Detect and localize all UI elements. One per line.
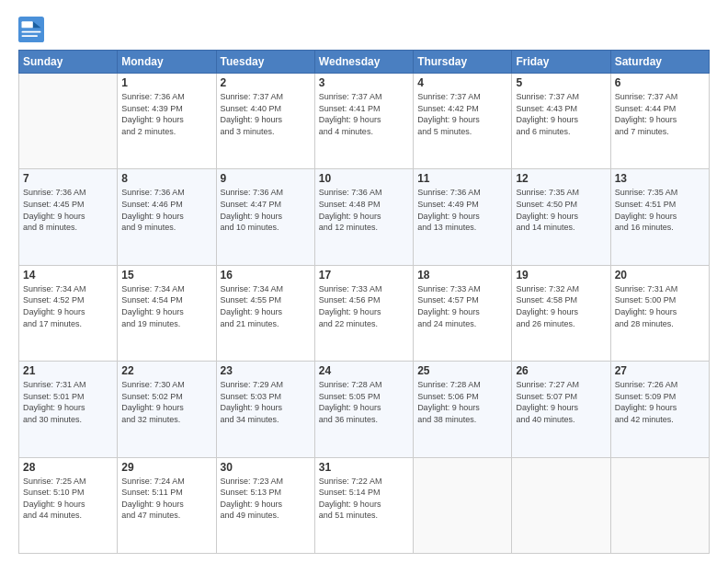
week-row-5: 28Sunrise: 7:25 AM Sunset: 5:10 PM Dayli… <box>19 457 710 553</box>
day-number-6: 6 <box>615 76 705 89</box>
day-number-12: 12 <box>516 172 606 185</box>
day-number-5: 5 <box>516 76 606 89</box>
day-info-15: Sunrise: 7:34 AM Sunset: 4:54 PM Dayligh… <box>121 283 211 329</box>
day-number-20: 20 <box>615 269 705 282</box>
day-info-26: Sunrise: 7:27 AM Sunset: 5:07 PM Dayligh… <box>516 379 606 425</box>
logo-icon <box>18 17 44 42</box>
day-number-11: 11 <box>417 172 507 185</box>
day-info-2: Sunrise: 7:37 AM Sunset: 4:40 PM Dayligh… <box>221 91 311 137</box>
day-cell-4-0: 28Sunrise: 7:25 AM Sunset: 5:10 PM Dayli… <box>19 457 118 553</box>
day-cell-0-1: 1Sunrise: 7:36 AM Sunset: 4:39 PM Daylig… <box>118 74 216 169</box>
week-row-3: 14Sunrise: 7:34 AM Sunset: 4:52 PM Dayli… <box>19 265 710 361</box>
col-sunday: Sunday <box>19 51 118 74</box>
logo <box>18 17 48 42</box>
day-cell-2-3: 17Sunrise: 7:33 AM Sunset: 4:56 PM Dayli… <box>314 265 413 361</box>
day-cell-1-5: 12Sunrise: 7:35 AM Sunset: 4:50 PM Dayli… <box>512 169 610 265</box>
day-number-14: 14 <box>23 269 113 282</box>
day-cell-4-4 <box>414 457 512 553</box>
day-cell-0-6: 6Sunrise: 7:37 AM Sunset: 4:44 PM Daylig… <box>610 74 709 169</box>
svg-rect-3 <box>22 31 41 33</box>
day-info-29: Sunrise: 7:24 AM Sunset: 5:11 PM Dayligh… <box>121 476 211 522</box>
day-cell-2-0: 14Sunrise: 7:34 AM Sunset: 4:52 PM Dayli… <box>19 265 118 361</box>
svg-rect-2 <box>22 21 33 28</box>
day-cell-3-2: 23Sunrise: 7:29 AM Sunset: 5:03 PM Dayli… <box>216 362 314 457</box>
day-info-5: Sunrise: 7:37 AM Sunset: 4:43 PM Dayligh… <box>516 91 606 137</box>
day-number-18: 18 <box>417 269 507 282</box>
day-cell-4-6 <box>610 457 709 553</box>
col-friday: Friday <box>512 51 610 74</box>
day-cell-3-1: 22Sunrise: 7:30 AM Sunset: 5:02 PM Dayli… <box>118 362 216 457</box>
day-number-13: 13 <box>615 172 705 185</box>
week-row-2: 7Sunrise: 7:36 AM Sunset: 4:45 PM Daylig… <box>19 169 710 265</box>
day-number-29: 29 <box>121 461 211 474</box>
day-number-26: 26 <box>516 364 606 377</box>
day-info-30: Sunrise: 7:23 AM Sunset: 5:13 PM Dayligh… <box>221 476 311 522</box>
col-thursday: Thursday <box>414 51 512 74</box>
day-number-15: 15 <box>121 269 211 282</box>
day-number-4: 4 <box>417 76 507 89</box>
calendar-table: Sunday Monday Tuesday Wednesday Thursday… <box>18 50 710 554</box>
day-number-25: 25 <box>417 364 507 377</box>
day-cell-3-5: 26Sunrise: 7:27 AM Sunset: 5:07 PM Dayli… <box>512 362 610 457</box>
day-cell-3-3: 24Sunrise: 7:28 AM Sunset: 5:05 PM Dayli… <box>314 362 413 457</box>
header <box>18 17 710 42</box>
day-info-6: Sunrise: 7:37 AM Sunset: 4:44 PM Dayligh… <box>615 91 705 137</box>
day-number-3: 3 <box>319 76 409 89</box>
day-info-27: Sunrise: 7:26 AM Sunset: 5:09 PM Dayligh… <box>615 379 705 425</box>
day-number-30: 30 <box>221 461 311 474</box>
day-number-2: 2 <box>221 76 311 89</box>
day-info-28: Sunrise: 7:25 AM Sunset: 5:10 PM Dayligh… <box>23 476 113 522</box>
day-number-31: 31 <box>319 461 409 474</box>
day-info-12: Sunrise: 7:35 AM Sunset: 4:50 PM Dayligh… <box>516 187 606 233</box>
day-cell-1-4: 11Sunrise: 7:36 AM Sunset: 4:49 PM Dayli… <box>414 169 512 265</box>
day-info-10: Sunrise: 7:36 AM Sunset: 4:48 PM Dayligh… <box>319 187 409 233</box>
day-number-16: 16 <box>221 269 311 282</box>
day-number-17: 17 <box>319 269 409 282</box>
col-tuesday: Tuesday <box>216 51 314 74</box>
day-number-7: 7 <box>23 172 113 185</box>
day-info-20: Sunrise: 7:31 AM Sunset: 5:00 PM Dayligh… <box>615 283 705 329</box>
day-cell-0-2: 2Sunrise: 7:37 AM Sunset: 4:40 PM Daylig… <box>216 74 314 169</box>
day-cell-1-3: 10Sunrise: 7:36 AM Sunset: 4:48 PM Dayli… <box>314 169 413 265</box>
day-cell-1-0: 7Sunrise: 7:36 AM Sunset: 4:45 PM Daylig… <box>19 169 118 265</box>
day-info-4: Sunrise: 7:37 AM Sunset: 4:42 PM Dayligh… <box>417 91 507 137</box>
week-row-4: 21Sunrise: 7:31 AM Sunset: 5:01 PM Dayli… <box>19 362 710 457</box>
day-cell-0-5: 5Sunrise: 7:37 AM Sunset: 4:43 PM Daylig… <box>512 74 610 169</box>
day-info-14: Sunrise: 7:34 AM Sunset: 4:52 PM Dayligh… <box>23 283 113 329</box>
day-cell-3-6: 27Sunrise: 7:26 AM Sunset: 5:09 PM Dayli… <box>610 362 709 457</box>
col-monday: Monday <box>118 51 216 74</box>
day-number-1: 1 <box>121 76 211 89</box>
day-info-11: Sunrise: 7:36 AM Sunset: 4:49 PM Dayligh… <box>417 187 507 233</box>
day-cell-4-1: 29Sunrise: 7:24 AM Sunset: 5:11 PM Dayli… <box>118 457 216 553</box>
day-info-21: Sunrise: 7:31 AM Sunset: 5:01 PM Dayligh… <box>23 379 113 425</box>
day-cell-2-2: 16Sunrise: 7:34 AM Sunset: 4:55 PM Dayli… <box>216 265 314 361</box>
day-cell-4-2: 30Sunrise: 7:23 AM Sunset: 5:13 PM Dayli… <box>216 457 314 553</box>
day-cell-2-5: 19Sunrise: 7:32 AM Sunset: 4:58 PM Dayli… <box>512 265 610 361</box>
header-row: Sunday Monday Tuesday Wednesday Thursday… <box>19 51 710 74</box>
day-cell-1-2: 9Sunrise: 7:36 AM Sunset: 4:47 PM Daylig… <box>216 169 314 265</box>
calendar-header: Sunday Monday Tuesday Wednesday Thursday… <box>19 51 710 74</box>
day-number-8: 8 <box>121 172 211 185</box>
day-info-22: Sunrise: 7:30 AM Sunset: 5:02 PM Dayligh… <box>121 379 211 425</box>
day-number-28: 28 <box>23 461 113 474</box>
day-info-7: Sunrise: 7:36 AM Sunset: 4:45 PM Dayligh… <box>23 187 113 233</box>
day-cell-3-0: 21Sunrise: 7:31 AM Sunset: 5:01 PM Dayli… <box>19 362 118 457</box>
col-saturday: Saturday <box>610 51 709 74</box>
day-cell-0-4: 4Sunrise: 7:37 AM Sunset: 4:42 PM Daylig… <box>414 74 512 169</box>
day-cell-2-6: 20Sunrise: 7:31 AM Sunset: 5:00 PM Dayli… <box>610 265 709 361</box>
day-info-3: Sunrise: 7:37 AM Sunset: 4:41 PM Dayligh… <box>319 91 409 137</box>
day-info-13: Sunrise: 7:35 AM Sunset: 4:51 PM Dayligh… <box>615 187 705 233</box>
svg-rect-0 <box>18 17 44 42</box>
day-info-19: Sunrise: 7:32 AM Sunset: 4:58 PM Dayligh… <box>516 283 606 329</box>
day-info-8: Sunrise: 7:36 AM Sunset: 4:46 PM Dayligh… <box>121 187 211 233</box>
page: Sunday Monday Tuesday Wednesday Thursday… <box>0 0 728 563</box>
day-info-16: Sunrise: 7:34 AM Sunset: 4:55 PM Dayligh… <box>221 283 311 329</box>
calendar-body: 1Sunrise: 7:36 AM Sunset: 4:39 PM Daylig… <box>19 74 710 554</box>
day-cell-3-4: 25Sunrise: 7:28 AM Sunset: 5:06 PM Dayli… <box>414 362 512 457</box>
day-info-17: Sunrise: 7:33 AM Sunset: 4:56 PM Dayligh… <box>319 283 409 329</box>
day-info-31: Sunrise: 7:22 AM Sunset: 5:14 PM Dayligh… <box>319 476 409 522</box>
day-info-25: Sunrise: 7:28 AM Sunset: 5:06 PM Dayligh… <box>417 379 507 425</box>
day-number-9: 9 <box>221 172 311 185</box>
day-info-23: Sunrise: 7:29 AM Sunset: 5:03 PM Dayligh… <box>221 379 311 425</box>
svg-rect-4 <box>22 35 39 37</box>
